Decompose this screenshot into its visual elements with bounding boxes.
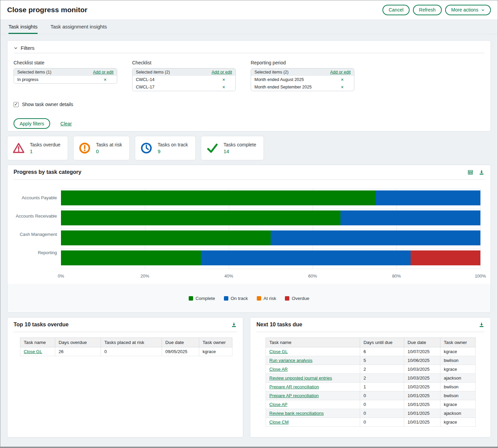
legend-item-overdue: Overdue bbox=[285, 296, 309, 301]
cell: 0 bbox=[360, 391, 404, 400]
column-header: Days overdue bbox=[55, 338, 101, 347]
stat-label: Tasks on track bbox=[158, 142, 188, 147]
cell: 10/06/2025 bbox=[404, 356, 440, 365]
cell: 10/03/2025 bbox=[404, 374, 440, 383]
cell: kgrace bbox=[199, 347, 232, 356]
add-or-edit-link[interactable]: Add or edit bbox=[212, 70, 232, 75]
warning-triangle-icon bbox=[12, 142, 25, 155]
next-due-tasks-panel: Next 10 tasks due Task nameDays until du… bbox=[250, 317, 491, 437]
task-name-cell: Close AR bbox=[266, 365, 360, 374]
cell: 10/07/2025 bbox=[404, 347, 440, 356]
selected-items-box: Selected items (2) Add or edit CWCL-14 ✕… bbox=[132, 68, 236, 91]
bar-segment-overdue[interactable] bbox=[411, 250, 480, 265]
exclamation-circle-icon bbox=[78, 142, 91, 155]
table-row: Close CM010/01/2025kgrace bbox=[266, 418, 476, 427]
category-label: Accounts Payable bbox=[7, 188, 61, 207]
remove-item-icon[interactable]: ✕ bbox=[222, 85, 225, 89]
task-link[interactable]: Review bank reconciliations bbox=[269, 411, 324, 416]
more-actions-button[interactable]: More actions bbox=[445, 5, 491, 15]
task-link[interactable]: Close AP bbox=[269, 402, 287, 407]
selected-items-count: Selected items (2) bbox=[254, 70, 289, 75]
cell: kgrace bbox=[440, 418, 476, 427]
clear-filters-link[interactable]: Clear bbox=[60, 121, 71, 126]
remove-item-icon[interactable]: ✕ bbox=[341, 85, 344, 89]
table-row: Close AP010/01/2025kgrace bbox=[266, 400, 476, 409]
legend-label: Overdue bbox=[292, 296, 309, 301]
cancel-button-label: Cancel bbox=[389, 7, 403, 13]
task-name-cell: Close GL bbox=[20, 347, 55, 356]
cell: kgrace bbox=[440, 347, 476, 356]
bar-segment-on-track[interactable] bbox=[376, 190, 481, 205]
tables-row: Top 10 tasks overdue Task nameDays overd… bbox=[7, 317, 491, 437]
task-link[interactable]: Prepare AR reconciliation bbox=[269, 384, 319, 389]
x-tick-label: 80% bbox=[392, 273, 401, 279]
show-owner-checkbox-row[interactable]: Show task owner details bbox=[14, 102, 73, 107]
remove-item-icon[interactable]: ✕ bbox=[104, 78, 107, 82]
apply-filters-button[interactable]: Apply filters bbox=[14, 118, 50, 129]
bar-segment-on-track[interactable] bbox=[201, 250, 411, 265]
task-link[interactable]: Review unposted journal entries bbox=[269, 375, 332, 381]
task-link[interactable]: Close GL bbox=[269, 349, 288, 354]
table-row: Review unposted journal entries210/03/20… bbox=[266, 374, 476, 383]
x-tick-label: 0% bbox=[58, 273, 64, 279]
x-tick-label: 40% bbox=[224, 273, 233, 279]
task-link[interactable]: Run variance analysis bbox=[269, 358, 312, 363]
selected-items-box: Selected items (2) Add or edit Month end… bbox=[251, 68, 354, 91]
gridline bbox=[480, 189, 481, 269]
cell: 0 bbox=[360, 418, 404, 427]
table-row: Review bank reconciliations010/01/2025aj… bbox=[266, 409, 476, 418]
cell: ajackson bbox=[440, 374, 476, 383]
remove-item-icon[interactable]: ✕ bbox=[222, 78, 225, 82]
stacked-bar bbox=[61, 190, 480, 205]
chevron-down-icon bbox=[14, 46, 18, 50]
bar-segment-complete[interactable] bbox=[61, 190, 376, 205]
show-owner-checkbox[interactable] bbox=[14, 102, 19, 107]
legend-label: Complete bbox=[195, 296, 215, 301]
cell: 2 bbox=[360, 374, 404, 383]
table-row: Close GL610/07/2025kgrace bbox=[266, 347, 476, 356]
bar-segment-complete[interactable] bbox=[61, 250, 201, 265]
header-actions: Cancel Refresh More actions bbox=[382, 5, 491, 15]
selected-items-box: Selected items (1) Add or edit In progre… bbox=[14, 68, 117, 84]
tab-task-insights[interactable]: Task insights bbox=[8, 19, 38, 34]
cell: 1 bbox=[360, 383, 404, 391]
download-icon[interactable] bbox=[231, 322, 237, 328]
bar-segment-complete[interactable] bbox=[61, 210, 340, 225]
filter-group-checklist: Checklist Selected items (2) Add or edit… bbox=[132, 60, 236, 91]
cancel-button[interactable]: Cancel bbox=[382, 5, 410, 15]
remove-item-icon[interactable]: ✕ bbox=[341, 78, 344, 82]
table-view-icon[interactable] bbox=[468, 169, 473, 175]
task-link[interactable]: Close AR bbox=[269, 367, 288, 372]
task-name-cell: Close GL bbox=[266, 347, 360, 356]
cell: 10/01/2025 bbox=[404, 400, 440, 409]
filter-item-label: Month ended September 2025 bbox=[254, 85, 312, 89]
add-or-edit-link[interactable]: Add or edit bbox=[330, 70, 351, 75]
legend-label: On track bbox=[231, 296, 248, 301]
column-header: Due date bbox=[162, 338, 199, 347]
refresh-button[interactable]: Refresh bbox=[413, 5, 442, 15]
tab-task-assignment-insights[interactable]: Task assignment insights bbox=[50, 19, 107, 34]
filter-group-reporting-period: Reporting period Selected items (2) Add … bbox=[251, 60, 354, 91]
filter-item: Month ended September 2025 ✕ bbox=[251, 83, 354, 91]
cell: 2 bbox=[360, 365, 404, 374]
column-header: Tasks placed at risk bbox=[101, 338, 162, 347]
bar-segment-on-track[interactable] bbox=[340, 210, 480, 225]
cell: 10/01/2025 bbox=[404, 409, 440, 418]
stat-value: 1 bbox=[30, 148, 60, 154]
cell: 10/02/2025 bbox=[404, 383, 440, 391]
x-tick-label: 100% bbox=[475, 273, 486, 279]
filter-item: Month ended August 2025 ✕ bbox=[251, 76, 354, 83]
filters-toggle[interactable]: Filters bbox=[7, 41, 491, 53]
filters-panel: Filters Checklist state Selected items (… bbox=[7, 40, 491, 131]
task-link[interactable]: Prepare AP reconciliation bbox=[269, 393, 319, 398]
download-icon[interactable] bbox=[479, 169, 484, 175]
filter-item-label: In progress bbox=[17, 77, 39, 82]
cell: 0 bbox=[101, 347, 162, 356]
download-icon[interactable] bbox=[479, 322, 484, 328]
add-or-edit-link[interactable]: Add or edit bbox=[93, 70, 113, 75]
task-link[interactable]: Close CM bbox=[269, 420, 289, 425]
stacked-bar bbox=[61, 250, 480, 265]
task-link[interactable]: Close GL bbox=[24, 349, 42, 354]
bar-segment-on-track[interactable] bbox=[271, 230, 480, 245]
bar-segment-complete[interactable] bbox=[61, 230, 271, 245]
